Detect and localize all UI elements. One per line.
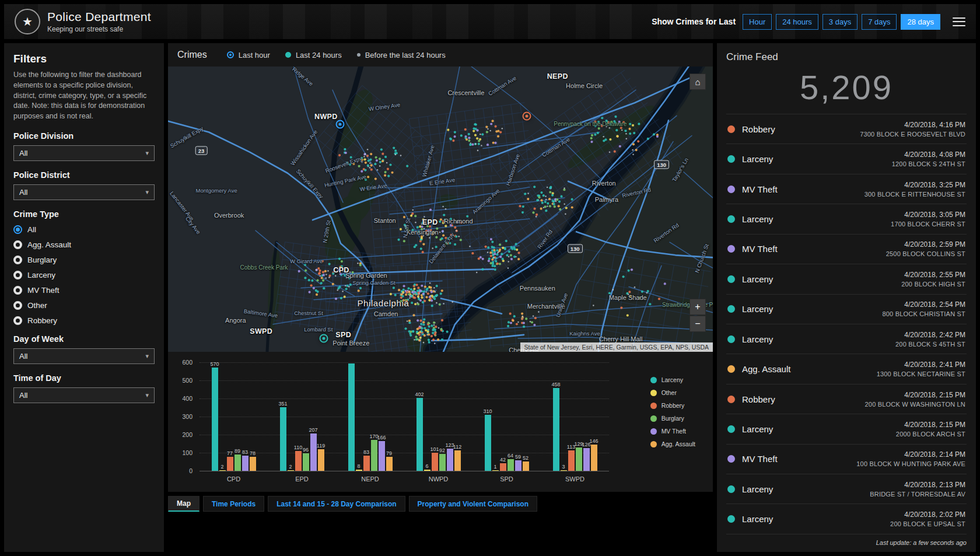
crime-feed-item[interactable]: Robbery4/20/2018, 2:15 PM200 BLOCK W WAS… [726,384,967,414]
map-home-button[interactable]: ⌂ [690,74,706,90]
legend-item-larceny[interactable]: Larceny [650,376,695,383]
crime-feed-item[interactable]: Agg. Assault4/20/2018, 2:41 PM1300 BLOCK… [726,354,967,384]
bar-other-nepd[interactable]: 8 [356,470,362,471]
show-crimes-label: Show Crimes for Last [652,17,736,26]
crime-feed-item[interactable]: Larceny4/20/2018, 2:13 PMBRIDGE ST / TOR… [726,474,967,504]
bar-robbery-nwpd[interactable]: 101 [432,453,438,471]
bar-burglary-cpd[interactable]: 89 [235,454,241,471]
bar-larceny-spd[interactable]: 310 [485,415,491,471]
map-attribution: State of New Jersey, Esri, HERE, Garmin,… [520,342,713,352]
time-button-hour[interactable]: Hour [743,14,772,30]
chart-y-axis: 0100200300400500600 [174,362,195,471]
bar-mv-theft-nwpd[interactable]: 123 [447,449,453,471]
bar-other-swpd[interactable]: 3 [561,470,567,471]
bar-robbery-spd[interactable]: 42 [500,463,506,471]
bar-larceny-nepd[interactable] [348,363,355,471]
app-title: Police Department [47,10,151,24]
bar-other-spd[interactable]: 1 [492,470,499,471]
tab-last-14-and-15-28-day-comparison[interactable]: Last 14 and 15 - 28 Day Comparison [268,496,405,512]
crime-type-option-all[interactable]: All [13,225,155,234]
crime-type-option-burglary[interactable]: Burglary [13,256,155,264]
police-district-dropdown[interactable]: All ▾ [13,184,155,200]
bar-agg-assault-spd[interactable]: 52 [523,461,529,471]
crime-feed-item[interactable]: Larceny4/20/2018, 2:54 PM800 BLOCK CHRIS… [726,295,967,324]
menu-icon[interactable] [953,18,965,26]
bar-robbery-cpd[interactable]: 77 [227,457,233,471]
crime-item-details: 4/20/2018, 2:42 PM200 BLOCK S 45TH ST [895,331,965,348]
zoom-out-button[interactable]: − [690,316,706,332]
police-division-dropdown[interactable]: All ▾ [13,145,155,161]
zoom-in-button[interactable]: + [690,299,706,315]
bar-burglary-epd[interactable]: 96 [303,453,309,471]
map-legend-item-last-hour[interactable]: Last hour [227,51,270,60]
crime-type-option-larceny[interactable]: Larceny [13,271,155,279]
crime-item-address: 200 BLOCK E UPSAL ST [890,520,965,527]
time-of-day-dropdown[interactable]: All ▾ [13,387,155,403]
legend-item-other[interactable]: Other [650,389,695,396]
crime-item-date: 4/20/2018, 2:02 PM [890,510,965,519]
bar-agg-assault-epd[interactable]: 119 [318,449,324,471]
bar-larceny-epd[interactable]: 351 [280,407,286,471]
crime-map[interactable]: NWPDNEPDEPDCPDSPDSWPDPhiladelphiaCamdenP… [168,67,713,352]
bar-burglary-nepd[interactable]: 170 [371,440,377,471]
bar-larceny-cpd[interactable]: 570 [212,368,218,471]
crime-type-option-label: Larceny [27,271,55,279]
bar-other-nwpd[interactable]: 6 [424,470,430,471]
crime-feed-item[interactable]: MV Theft4/20/2018, 2:14 PM100 BLOCK W HU… [726,445,967,474]
crime-feed-item[interactable]: Robbery4/20/2018, 4:16 PM7300 BLOCK E RO… [726,114,967,144]
crime-type-option-mv-theft[interactable]: MV Theft [13,286,155,295]
bar-other-cpd[interactable]: 2 [219,470,226,471]
crime-feed-item[interactable]: Larceny4/20/2018, 3:05 PM1700 BLOCK CHER… [726,204,967,234]
crime-item-address: 800 BLOCK CHRISTIAN ST [882,310,965,317]
bar-burglary-spd[interactable]: 64 [508,459,514,471]
bar-burglary-swpd[interactable]: 129 [576,447,582,471]
bar-mv-theft-cpd[interactable]: 83 [242,456,249,471]
crime-feed-item[interactable]: Larceny4/20/2018, 2:42 PM200 BLOCK S 45T… [726,324,967,354]
tab-property-and-violent-comparison[interactable]: Property and Violent Comparison [409,496,537,512]
bar-value-label: 2 [220,464,223,470]
legend-item-burglary[interactable]: Burglary [650,415,695,422]
time-button-3-days[interactable]: 3 days [822,14,858,30]
bar-burglary-nwpd[interactable]: 92 [439,454,446,471]
map-legend-item-before-the-last-24-hours[interactable]: Before the last 24 hours [357,51,446,60]
legend-item-agg-assault[interactable]: Agg. Assault [650,440,695,447]
bar-robbery-swpd[interactable]: 113 [568,450,575,471]
bar-larceny-nwpd[interactable]: 402 [416,398,423,471]
time-button-28-days[interactable]: 28 days [901,14,940,30]
crime-feed-item[interactable]: Larceny4/20/2018, 4:08 PM1200 BLOCK S 24… [726,144,967,174]
crime-type-option-agg-assault[interactable]: Agg. Assault [13,240,155,249]
time-button-24-hours[interactable]: 24 hours [776,14,818,30]
bar-robbery-epd[interactable]: 110 [295,451,302,471]
day-of-week-dropdown[interactable]: All ▾ [13,348,155,364]
bar-larceny-swpd[interactable]: 458 [553,388,559,471]
tab-map[interactable]: Map [168,496,200,512]
bar-value-label: 64 [508,453,513,459]
tab-time-periods[interactable]: Time Periods [203,496,264,512]
bar-agg-assault-nepd[interactable]: 79 [386,457,393,471]
time-button-7-days[interactable]: 7 days [862,14,897,30]
legend-item-mv-theft[interactable]: MV Theft [650,428,695,435]
header: ★ Police Department Keeping our streets … [4,4,976,39]
legend-dot [650,390,657,396]
bar-mv-theft-spd[interactable]: 59 [515,460,522,471]
map-legend-item-last-24-hours[interactable]: Last 24 hours [285,51,342,60]
crime-type-option-other[interactable]: Other [13,301,155,310]
radio-icon [13,240,22,249]
bar-mv-theft-nepd[interactable]: 166 [379,441,385,471]
bar-mv-theft-swpd[interactable]: 126 [583,448,590,471]
bar-robbery-nepd[interactable]: 83 [363,456,370,471]
bar-other-epd[interactable]: 2 [288,470,294,471]
bar-agg-assault-swpd[interactable]: 146 [591,445,597,471]
legend-item-robbery[interactable]: Robbery [650,402,695,409]
crime-item-date: 4/20/2018, 2:54 PM [882,300,965,309]
bar-agg-assault-nwpd[interactable]: 112 [454,450,461,471]
crime-feed-item[interactable]: Larceny4/20/2018, 2:15 PM2000 BLOCK ARCH… [726,414,967,444]
crime-feed-item[interactable]: Larceny4/20/2018, 2:02 PM200 BLOCK E UPS… [726,504,967,534]
crime-feed-item[interactable]: MV Theft4/20/2018, 2:59 PM2500 BLOCK COL… [726,235,967,264]
bar-agg-assault-cpd[interactable]: 78 [250,457,256,471]
crime-type-option-robbery[interactable]: Robbery [13,316,155,325]
bar-mv-theft-epd[interactable]: 207 [310,433,317,471]
legend-label: Robbery [662,402,685,409]
crime-feed-item[interactable]: MV Theft4/20/2018, 3:25 PM300 BLOCK E RI… [726,174,967,204]
crime-feed-item[interactable]: Larceny4/20/2018, 2:55 PM200 BLOCK HIGH … [726,264,967,294]
